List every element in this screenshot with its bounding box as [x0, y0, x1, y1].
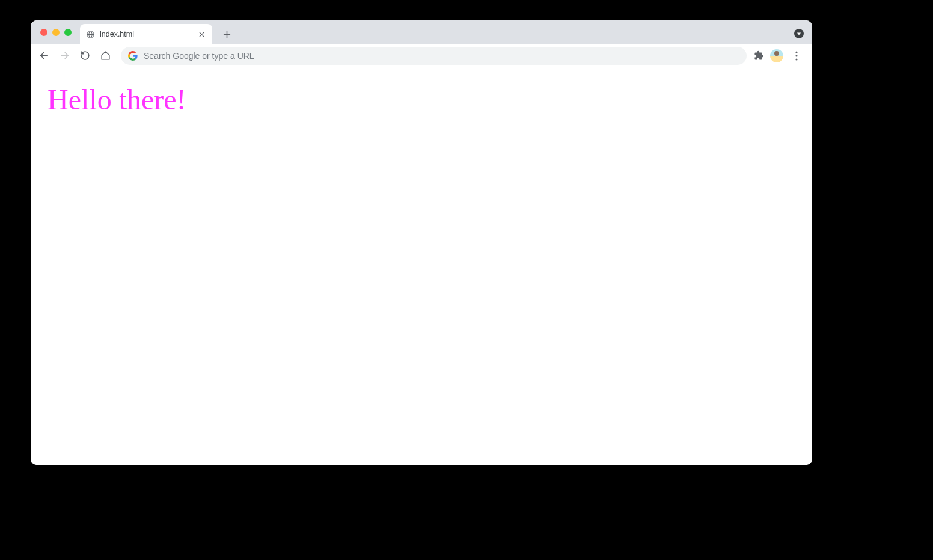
- globe-icon: [86, 30, 95, 39]
- tab-strip: index.html: [31, 20, 812, 44]
- home-button[interactable]: [97, 47, 114, 64]
- tab-title: index.html: [100, 30, 192, 38]
- window-controls: [40, 29, 72, 36]
- new-tab-button[interactable]: [218, 26, 235, 43]
- browser-window: index.html: [31, 20, 812, 465]
- back-button[interactable]: [35, 47, 52, 64]
- google-icon: [128, 51, 138, 61]
- close-window-button[interactable]: [40, 29, 47, 36]
- tab-close-button[interactable]: [197, 29, 206, 39]
- address-bar[interactable]: [121, 47, 747, 65]
- page-viewport: Hello there!: [31, 67, 812, 465]
- forward-button[interactable]: [56, 47, 73, 64]
- svg-marker-7: [797, 32, 801, 35]
- profile-avatar[interactable]: [770, 49, 783, 62]
- svg-point-10: [795, 51, 797, 53]
- minimize-window-button[interactable]: [52, 29, 60, 36]
- svg-point-12: [795, 58, 797, 60]
- reload-button[interactable]: [76, 47, 93, 64]
- search-tabs-button[interactable]: [794, 29, 804, 38]
- svg-point-11: [795, 55, 797, 56]
- browser-tab[interactable]: index.html: [80, 24, 212, 44]
- toolbar-right: [754, 49, 807, 63]
- menu-button[interactable]: [789, 49, 804, 63]
- browser-toolbar: [31, 44, 812, 67]
- maximize-window-button[interactable]: [64, 29, 72, 36]
- page-heading: Hello there!: [47, 83, 795, 116]
- extensions-icon[interactable]: [754, 50, 764, 61]
- address-input[interactable]: [144, 51, 739, 61]
